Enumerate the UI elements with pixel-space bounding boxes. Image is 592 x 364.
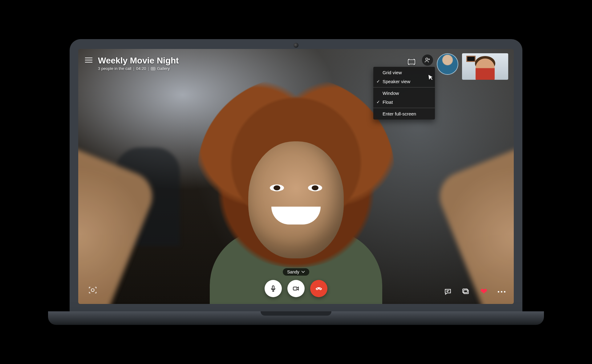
webcam-dot	[294, 43, 298, 48]
participants-count: 3 people in the call	[98, 66, 131, 71]
share-screen-button[interactable]	[461, 287, 470, 296]
menu-item-window[interactable]: Window	[373, 89, 435, 98]
snapshot-icon[interactable]	[87, 285, 98, 295]
end-call-icon	[315, 285, 322, 292]
call-header: Weekly Movie Night 3 people in the call …	[85, 56, 179, 71]
self-view-thumbnail[interactable]	[462, 53, 508, 80]
chat-icon	[444, 288, 452, 296]
video-button[interactable]	[287, 280, 305, 297]
participant-avatar[interactable]	[437, 53, 458, 75]
svg-rect-4	[293, 287, 297, 290]
video-call-screen: Weekly Movie Night 3 people in the call …	[78, 49, 514, 304]
hamburger-icon[interactable]	[85, 58, 92, 63]
bottom-right-controls: ❤	[444, 287, 506, 296]
screen-bezel: Weekly Movie Night 3 people in the call …	[70, 39, 522, 311]
active-speaker-name: Sandy	[287, 269, 299, 274]
call-duration: 04:20	[136, 66, 146, 71]
heart-reaction-button[interactable]: ❤	[479, 287, 488, 296]
menu-item-speaker-view[interactable]: Speaker view	[373, 77, 435, 86]
call-controls	[265, 280, 327, 297]
main-speaker-video	[78, 49, 514, 304]
svg-rect-3	[272, 286, 274, 289]
mouse-cursor	[428, 73, 434, 81]
svg-point-1	[426, 58, 428, 60]
laptop-frame: Weekly Movie Night 3 people in the call …	[70, 39, 522, 325]
microphone-icon	[270, 285, 277, 292]
video-icon	[292, 285, 300, 292]
menu-item-grid-view[interactable]: Grid view	[373, 68, 435, 77]
layout-icon[interactable]	[406, 56, 417, 67]
chat-button[interactable]	[444, 287, 452, 296]
laptop-base	[48, 311, 544, 325]
view-mode-label[interactable]: Gallery	[157, 66, 170, 71]
more-button[interactable]	[497, 287, 506, 296]
heart-reaction-icon: ❤	[480, 287, 487, 296]
call-subtitle: 3 people in the call | 04:20 | Gallery	[98, 66, 179, 71]
microphone-button[interactable]	[265, 280, 282, 297]
call-title: Weekly Movie Night	[98, 56, 179, 66]
view-options-menu: Grid view Speaker view Window Float Ente…	[373, 67, 435, 119]
svg-point-2	[91, 289, 94, 291]
svg-rect-0	[408, 60, 415, 64]
menu-item-float[interactable]: Float	[373, 98, 435, 107]
add-participant-icon[interactable]	[422, 55, 433, 66]
active-speaker-label[interactable]: Sandy	[283, 268, 309, 276]
share-screen-icon	[462, 288, 470, 296]
laptop-notch	[261, 311, 331, 316]
gallery-icon	[151, 67, 155, 70]
menu-item-fullscreen[interactable]: Enter full-screen	[373, 109, 435, 118]
more-icon	[498, 291, 505, 293]
end-call-button[interactable]	[310, 280, 327, 297]
chevron-down-icon	[301, 270, 305, 273]
